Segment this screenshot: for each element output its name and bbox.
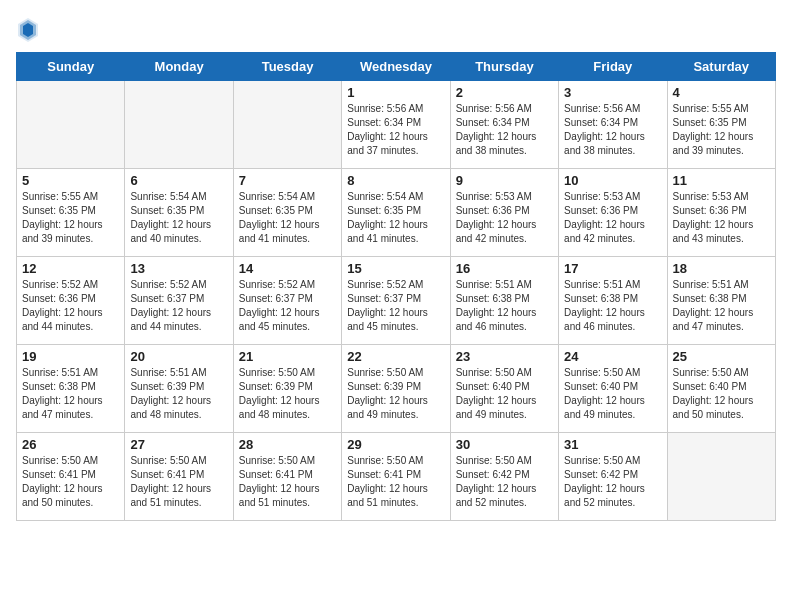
- calendar-day: 14Sunrise: 5:52 AM Sunset: 6:37 PM Dayli…: [233, 257, 341, 345]
- calendar-day: 1Sunrise: 5:56 AM Sunset: 6:34 PM Daylig…: [342, 81, 450, 169]
- calendar-day: 11Sunrise: 5:53 AM Sunset: 6:36 PM Dayli…: [667, 169, 775, 257]
- day-number: 18: [673, 261, 770, 276]
- day-number: 27: [130, 437, 227, 452]
- day-info: Sunrise: 5:54 AM Sunset: 6:35 PM Dayligh…: [347, 190, 444, 246]
- day-info: Sunrise: 5:51 AM Sunset: 6:38 PM Dayligh…: [22, 366, 119, 422]
- weekday-header-row: SundayMondayTuesdayWednesdayThursdayFrid…: [17, 53, 776, 81]
- day-number: 3: [564, 85, 661, 100]
- day-number: 25: [673, 349, 770, 364]
- calendar-day: 3Sunrise: 5:56 AM Sunset: 6:34 PM Daylig…: [559, 81, 667, 169]
- day-number: 10: [564, 173, 661, 188]
- day-info: Sunrise: 5:50 AM Sunset: 6:42 PM Dayligh…: [456, 454, 553, 510]
- day-number: 16: [456, 261, 553, 276]
- day-number: 2: [456, 85, 553, 100]
- day-number: 22: [347, 349, 444, 364]
- day-info: Sunrise: 5:50 AM Sunset: 6:39 PM Dayligh…: [347, 366, 444, 422]
- calendar-day: 28Sunrise: 5:50 AM Sunset: 6:41 PM Dayli…: [233, 433, 341, 521]
- calendar-day: 12Sunrise: 5:52 AM Sunset: 6:36 PM Dayli…: [17, 257, 125, 345]
- day-number: 1: [347, 85, 444, 100]
- calendar-day: 15Sunrise: 5:52 AM Sunset: 6:37 PM Dayli…: [342, 257, 450, 345]
- week-row-5: 26Sunrise: 5:50 AM Sunset: 6:41 PM Dayli…: [17, 433, 776, 521]
- weekday-header-saturday: Saturday: [667, 53, 775, 81]
- calendar-day: 17Sunrise: 5:51 AM Sunset: 6:38 PM Dayli…: [559, 257, 667, 345]
- day-info: Sunrise: 5:50 AM Sunset: 6:41 PM Dayligh…: [130, 454, 227, 510]
- day-number: 31: [564, 437, 661, 452]
- day-info: Sunrise: 5:50 AM Sunset: 6:39 PM Dayligh…: [239, 366, 336, 422]
- calendar-day: 6Sunrise: 5:54 AM Sunset: 6:35 PM Daylig…: [125, 169, 233, 257]
- day-number: 7: [239, 173, 336, 188]
- week-row-3: 12Sunrise: 5:52 AM Sunset: 6:36 PM Dayli…: [17, 257, 776, 345]
- day-number: 26: [22, 437, 119, 452]
- calendar-day: 9Sunrise: 5:53 AM Sunset: 6:36 PM Daylig…: [450, 169, 558, 257]
- day-number: 19: [22, 349, 119, 364]
- weekday-header-friday: Friday: [559, 53, 667, 81]
- calendar-day: 16Sunrise: 5:51 AM Sunset: 6:38 PM Dayli…: [450, 257, 558, 345]
- day-info: Sunrise: 5:55 AM Sunset: 6:35 PM Dayligh…: [673, 102, 770, 158]
- weekday-header-thursday: Thursday: [450, 53, 558, 81]
- calendar-day: 8Sunrise: 5:54 AM Sunset: 6:35 PM Daylig…: [342, 169, 450, 257]
- day-info: Sunrise: 5:56 AM Sunset: 6:34 PM Dayligh…: [564, 102, 661, 158]
- day-number: 20: [130, 349, 227, 364]
- calendar-day: [125, 81, 233, 169]
- weekday-header-tuesday: Tuesday: [233, 53, 341, 81]
- day-number: 4: [673, 85, 770, 100]
- day-info: Sunrise: 5:50 AM Sunset: 6:41 PM Dayligh…: [239, 454, 336, 510]
- calendar-day: 22Sunrise: 5:50 AM Sunset: 6:39 PM Dayli…: [342, 345, 450, 433]
- day-number: 29: [347, 437, 444, 452]
- day-number: 12: [22, 261, 119, 276]
- day-number: 24: [564, 349, 661, 364]
- week-row-4: 19Sunrise: 5:51 AM Sunset: 6:38 PM Dayli…: [17, 345, 776, 433]
- weekday-header-sunday: Sunday: [17, 53, 125, 81]
- day-number: 28: [239, 437, 336, 452]
- day-number: 14: [239, 261, 336, 276]
- day-number: 6: [130, 173, 227, 188]
- day-info: Sunrise: 5:52 AM Sunset: 6:37 PM Dayligh…: [130, 278, 227, 334]
- day-info: Sunrise: 5:50 AM Sunset: 6:41 PM Dayligh…: [22, 454, 119, 510]
- day-number: 23: [456, 349, 553, 364]
- day-info: Sunrise: 5:55 AM Sunset: 6:35 PM Dayligh…: [22, 190, 119, 246]
- calendar-day: 29Sunrise: 5:50 AM Sunset: 6:41 PM Dayli…: [342, 433, 450, 521]
- day-info: Sunrise: 5:54 AM Sunset: 6:35 PM Dayligh…: [130, 190, 227, 246]
- logo-icon: [16, 16, 40, 44]
- day-info: Sunrise: 5:51 AM Sunset: 6:38 PM Dayligh…: [673, 278, 770, 334]
- day-info: Sunrise: 5:53 AM Sunset: 6:36 PM Dayligh…: [564, 190, 661, 246]
- weekday-header-monday: Monday: [125, 53, 233, 81]
- day-info: Sunrise: 5:51 AM Sunset: 6:38 PM Dayligh…: [564, 278, 661, 334]
- day-number: 15: [347, 261, 444, 276]
- page-header: [16, 16, 776, 44]
- day-info: Sunrise: 5:50 AM Sunset: 6:40 PM Dayligh…: [456, 366, 553, 422]
- calendar-day: 30Sunrise: 5:50 AM Sunset: 6:42 PM Dayli…: [450, 433, 558, 521]
- calendar-day: 18Sunrise: 5:51 AM Sunset: 6:38 PM Dayli…: [667, 257, 775, 345]
- calendar-day: 24Sunrise: 5:50 AM Sunset: 6:40 PM Dayli…: [559, 345, 667, 433]
- day-info: Sunrise: 5:51 AM Sunset: 6:39 PM Dayligh…: [130, 366, 227, 422]
- calendar-day: 5Sunrise: 5:55 AM Sunset: 6:35 PM Daylig…: [17, 169, 125, 257]
- day-number: 21: [239, 349, 336, 364]
- day-info: Sunrise: 5:56 AM Sunset: 6:34 PM Dayligh…: [347, 102, 444, 158]
- day-info: Sunrise: 5:52 AM Sunset: 6:37 PM Dayligh…: [239, 278, 336, 334]
- calendar-day: [233, 81, 341, 169]
- day-info: Sunrise: 5:50 AM Sunset: 6:40 PM Dayligh…: [673, 366, 770, 422]
- calendar-day: 13Sunrise: 5:52 AM Sunset: 6:37 PM Dayli…: [125, 257, 233, 345]
- weekday-header-wednesday: Wednesday: [342, 53, 450, 81]
- calendar-day: 2Sunrise: 5:56 AM Sunset: 6:34 PM Daylig…: [450, 81, 558, 169]
- calendar-day: 26Sunrise: 5:50 AM Sunset: 6:41 PM Dayli…: [17, 433, 125, 521]
- calendar-table: SundayMondayTuesdayWednesdayThursdayFrid…: [16, 52, 776, 521]
- day-number: 8: [347, 173, 444, 188]
- logo: [16, 16, 44, 44]
- day-info: Sunrise: 5:53 AM Sunset: 6:36 PM Dayligh…: [456, 190, 553, 246]
- calendar-day: 19Sunrise: 5:51 AM Sunset: 6:38 PM Dayli…: [17, 345, 125, 433]
- day-number: 9: [456, 173, 553, 188]
- day-info: Sunrise: 5:52 AM Sunset: 6:36 PM Dayligh…: [22, 278, 119, 334]
- calendar-day: 21Sunrise: 5:50 AM Sunset: 6:39 PM Dayli…: [233, 345, 341, 433]
- calendar-day: 4Sunrise: 5:55 AM Sunset: 6:35 PM Daylig…: [667, 81, 775, 169]
- calendar-day: [17, 81, 125, 169]
- calendar-day: 20Sunrise: 5:51 AM Sunset: 6:39 PM Dayli…: [125, 345, 233, 433]
- day-number: 11: [673, 173, 770, 188]
- calendar-day: 27Sunrise: 5:50 AM Sunset: 6:41 PM Dayli…: [125, 433, 233, 521]
- week-row-1: 1Sunrise: 5:56 AM Sunset: 6:34 PM Daylig…: [17, 81, 776, 169]
- week-row-2: 5Sunrise: 5:55 AM Sunset: 6:35 PM Daylig…: [17, 169, 776, 257]
- day-number: 17: [564, 261, 661, 276]
- day-info: Sunrise: 5:56 AM Sunset: 6:34 PM Dayligh…: [456, 102, 553, 158]
- day-info: Sunrise: 5:50 AM Sunset: 6:42 PM Dayligh…: [564, 454, 661, 510]
- day-info: Sunrise: 5:51 AM Sunset: 6:38 PM Dayligh…: [456, 278, 553, 334]
